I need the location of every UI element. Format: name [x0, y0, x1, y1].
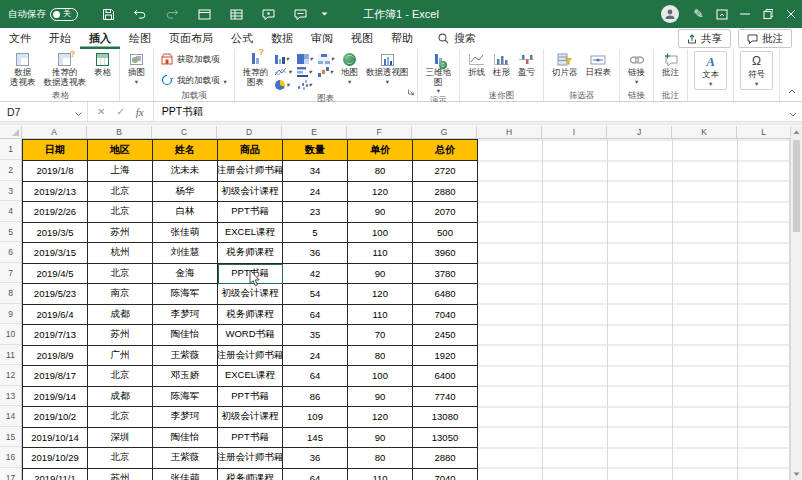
cell-A15[interactable]: 2019/10/14: [23, 428, 88, 449]
cell-F10[interactable]: 70: [348, 325, 413, 346]
cell-A17[interactable]: 2019/11/1: [23, 469, 88, 480]
cell-D15[interactable]: PPT书籍: [218, 428, 283, 449]
cell-F16[interactable]: 80: [348, 448, 413, 469]
cell-F7[interactable]: 90: [348, 264, 413, 285]
header-cell-C1[interactable]: 姓名: [153, 140, 218, 161]
cell-G17[interactable]: 7040: [413, 469, 478, 480]
cell-B11[interactable]: 广州: [88, 346, 153, 367]
row-header-17[interactable]: 17: [0, 468, 21, 480]
cell-B9[interactable]: 成都: [88, 305, 153, 326]
cell-C7[interactable]: 金海: [153, 264, 218, 285]
row-header-5[interactable]: 5: [0, 222, 21, 243]
cell-A8[interactable]: 2019/5/23: [23, 284, 88, 305]
cell-B4[interactable]: 北京: [88, 202, 153, 223]
header-cell-A1[interactable]: 日期: [23, 140, 88, 161]
header-cell-F1[interactable]: 单价: [348, 140, 413, 161]
row-header-1[interactable]: 1: [0, 139, 21, 160]
cell-B6[interactable]: 杭州: [88, 243, 153, 264]
cell-E6[interactable]: 36: [283, 243, 348, 264]
row-header-15[interactable]: 15: [0, 427, 21, 448]
ribbon-button-recommended-chart-icon[interactable]: ?推荐的 图表: [239, 51, 273, 93]
row-header-3[interactable]: 3: [0, 181, 21, 202]
ribbon-button-symbol-icon[interactable]: Ω符号▾: [740, 51, 773, 90]
column-header-E[interactable]: E: [282, 126, 347, 138]
autosave-toggle[interactable]: 自动保存 关: [8, 8, 78, 21]
ribbon-button-bar-chart-icon[interactable]: ▾: [297, 67, 313, 77]
cell-G6[interactable]: 3960: [413, 243, 478, 264]
cell-E12[interactable]: 64: [283, 366, 348, 387]
cell-A12[interactable]: 2019/8/17: [23, 366, 88, 387]
cell-C4[interactable]: 白林: [153, 202, 218, 223]
cell-B13[interactable]: 成都: [88, 387, 153, 408]
name-box[interactable]: D7: [0, 102, 88, 121]
row-header-11[interactable]: 11: [0, 345, 21, 366]
ribbon-tab-7[interactable]: 审阅: [302, 28, 342, 49]
cell-E16[interactable]: 36: [283, 448, 348, 469]
ribbon-button-map-chart-icon[interactable]: 地图▾: [337, 51, 362, 93]
cell-E9[interactable]: 64: [283, 305, 348, 326]
formula-content[interactable]: PPT书籍: [154, 105, 789, 119]
cell-A7[interactable]: 2019/4/5: [23, 264, 88, 285]
cell-C13[interactable]: 陈海军: [153, 387, 218, 408]
cell-C16[interactable]: 王紫薇: [153, 448, 218, 469]
cell-A3[interactable]: 2019/2/13: [23, 182, 88, 203]
save-icon[interactable]: [92, 2, 124, 26]
row-header-13[interactable]: 13: [0, 386, 21, 407]
row-header-2[interactable]: 2: [0, 160, 21, 181]
cell-F12[interactable]: 100: [348, 366, 413, 387]
header-cell-B1[interactable]: 地区: [88, 140, 153, 161]
ribbon-button-slicer-icon[interactable]: 切片器: [548, 51, 582, 90]
column-header-G[interactable]: G: [412, 126, 477, 138]
ribbon-button-pie-chart-icon[interactable]: ▾: [275, 80, 291, 90]
cell-A16[interactable]: 2019/10/29: [23, 448, 88, 469]
ribbon-button-sparkline-column-icon[interactable]: 柱形: [489, 51, 514, 90]
column-header-I[interactable]: I: [542, 126, 607, 138]
ribbon-button-my-addins-icon[interactable]: 我的加载项▾: [161, 74, 227, 88]
ribbon-button-hierarchy-chart-icon[interactable]: ▾: [318, 54, 334, 64]
cell-C12[interactable]: 邓玉娇: [153, 366, 218, 387]
comments-button[interactable]: 批注: [738, 29, 792, 48]
cell-G10[interactable]: 2450: [413, 325, 478, 346]
cell-B7[interactable]: 北京: [88, 264, 153, 285]
cell-E11[interactable]: 24: [283, 346, 348, 367]
cell-F15[interactable]: 90: [348, 428, 413, 449]
cell-A4[interactable]: 2019/2/26: [23, 202, 88, 223]
cell-B5[interactable]: 苏州: [88, 223, 153, 244]
share-button[interactable]: 共享: [678, 29, 731, 48]
name-box-dropdown-icon[interactable]: [75, 106, 87, 118]
cell-D7[interactable]: PPT书籍: [218, 264, 283, 285]
window-icon[interactable]: [188, 2, 220, 26]
cell-D17[interactable]: 税务师课程: [218, 469, 283, 480]
cell-B2[interactable]: 上海: [88, 161, 153, 182]
cell-C11[interactable]: 王紫薇: [153, 346, 218, 367]
row-header-16[interactable]: 16: [0, 447, 21, 468]
cell-B10[interactable]: 苏州: [88, 325, 153, 346]
cell-E8[interactable]: 54: [283, 284, 348, 305]
cell-D11[interactable]: 注册会计师书籍: [218, 346, 283, 367]
cell-A6[interactable]: 2019/3/15: [23, 243, 88, 264]
cell-C3[interactable]: 杨华: [153, 182, 218, 203]
cell-E4[interactable]: 23: [283, 202, 348, 223]
ribbon-tab-0[interactable]: 文件: [0, 28, 40, 49]
ribbon-tab-9[interactable]: 帮助: [382, 28, 422, 49]
cell-A9[interactable]: 2019/6/4: [23, 305, 88, 326]
column-header-C[interactable]: C: [152, 126, 217, 138]
cell-E7[interactable]: 42: [283, 264, 348, 285]
ribbon-button-scatter-chart-icon[interactable]: ▾: [297, 80, 313, 90]
column-header-L[interactable]: L: [737, 126, 790, 138]
cell-B12[interactable]: 北京: [88, 366, 153, 387]
ribbon-button-text-icon[interactable]: A文本▾: [694, 51, 727, 90]
ribbon-button-waterfall-chart-icon[interactable]: ▾: [318, 67, 334, 77]
cell-G7[interactable]: 3780: [413, 264, 478, 285]
cell-G5[interactable]: 500: [413, 223, 478, 244]
ribbon-button-illustrations-icon[interactable]: 插图▾: [124, 51, 149, 90]
undo-icon[interactable]: [124, 2, 156, 26]
cell-G8[interactable]: 6480: [413, 284, 478, 305]
cell-A14[interactable]: 2019/10/2: [23, 407, 88, 428]
ribbon-tab-6[interactable]: 数据: [262, 28, 302, 49]
cell-E5[interactable]: 5: [283, 223, 348, 244]
minimize-icon[interactable]: [733, 2, 756, 26]
cell-A5[interactable]: 2019/3/5: [23, 223, 88, 244]
cell-C2[interactable]: 沈未未: [153, 161, 218, 182]
cell-G12[interactable]: 6400: [413, 366, 478, 387]
